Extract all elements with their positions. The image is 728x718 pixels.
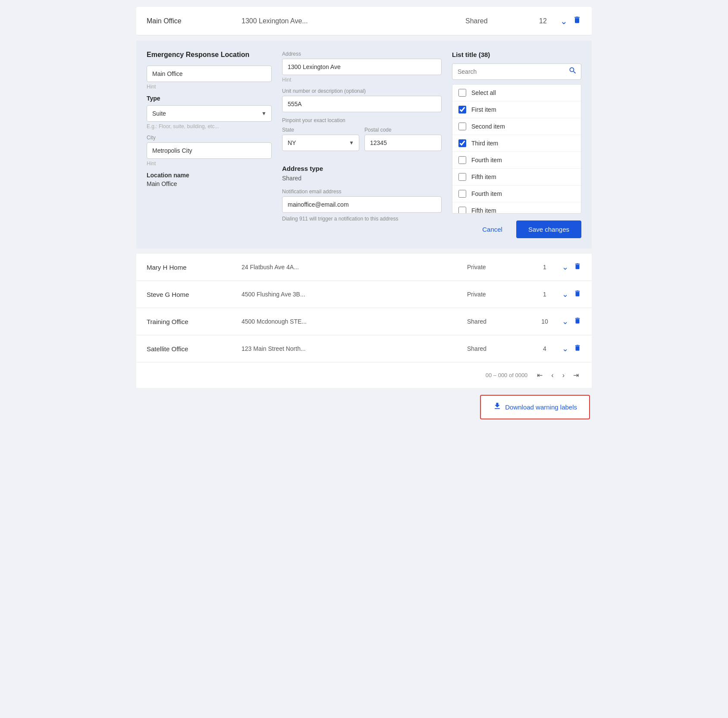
location-chevron-icon[interactable]: ⌄: [562, 262, 568, 272]
location-type: Private: [467, 264, 527, 271]
top-row-delete-icon[interactable]: [573, 16, 581, 26]
location-actions: ⌄: [562, 344, 581, 353]
location-count: 4: [527, 345, 562, 352]
checkbox-input[interactable]: [458, 207, 466, 214]
checkbox-input[interactable]: [458, 190, 466, 198]
pagination-first-button[interactable]: ⇤: [534, 369, 545, 381]
type-select[interactable]: Suite Floor Building: [147, 105, 272, 122]
location-field-group: Hint: [147, 66, 272, 90]
checkbox-label: Fourth item: [471, 157, 502, 164]
location-row: Satellite Office 123 Main Street North..…: [136, 335, 592, 362]
location-count: 1: [527, 264, 562, 271]
location-delete-icon[interactable]: [574, 262, 581, 272]
location-name: Training Office: [147, 318, 242, 325]
pinpoint-label: Pinpoint your exact location: [282, 117, 442, 123]
unit-label: Unit number or description (optional): [282, 88, 442, 94]
location-count: 10: [527, 318, 562, 325]
checkbox-item[interactable]: Fifth item: [452, 202, 581, 214]
checkbox-item[interactable]: Select all: [452, 85, 581, 101]
city-field-group: City Hint: [147, 135, 272, 167]
city-input[interactable]: [147, 142, 272, 159]
unit-input[interactable]: [282, 96, 442, 112]
address-type-label: Address type: [282, 165, 442, 172]
top-row: Main Office 1300 Lexington Ave... Shared…: [136, 7, 592, 35]
postal-field-group: Postal code: [364, 127, 442, 151]
location-address: 4500 Mcdonough STE...: [242, 318, 467, 325]
section-title: Emergency Response Location: [147, 51, 272, 59]
location-type: Private: [467, 291, 527, 298]
checkbox-input[interactable]: [458, 156, 466, 164]
top-row-type: Shared: [465, 17, 526, 25]
location-name: Mary H Home: [147, 264, 242, 271]
location-type: Shared: [467, 345, 527, 352]
checkbox-list: Select allFirst itemSecond itemThird ite…: [452, 84, 581, 214]
city-label: City: [147, 135, 272, 141]
checkbox-item[interactable]: First item: [452, 101, 581, 118]
notification-hint: Dialing 911 will trigger a notification …: [282, 215, 442, 223]
checkbox-input[interactable]: [458, 139, 466, 147]
cancel-button[interactable]: Cancel: [475, 222, 509, 236]
location-chevron-icon[interactable]: ⌄: [562, 290, 568, 299]
download-button-label: Download warning labels: [505, 403, 577, 411]
location-type: Shared: [467, 318, 527, 325]
checkbox-item[interactable]: Fourth item: [452, 186, 581, 202]
top-row-count: 12: [526, 17, 560, 25]
location-delete-icon[interactable]: [574, 317, 581, 326]
notification-field-group: Notification email address Dialing 911 w…: [282, 189, 442, 223]
pagination-prev-button[interactable]: ‹: [549, 370, 556, 381]
location-chevron-icon[interactable]: ⌄: [562, 344, 568, 353]
hint3: Hint: [147, 161, 272, 167]
checkbox-label: Select all: [471, 89, 496, 96]
checkbox-item[interactable]: Fifth item: [452, 169, 581, 186]
checkbox-input[interactable]: [458, 123, 466, 130]
location-actions: ⌄: [562, 290, 581, 299]
address-hint: Hint: [282, 77, 442, 83]
checkbox-input[interactable]: [458, 89, 466, 97]
checkbox-label: Third item: [471, 140, 498, 147]
form-center: Address Hint Unit number or description …: [282, 51, 442, 238]
postal-input[interactable]: [364, 135, 442, 151]
notification-input[interactable]: [282, 196, 442, 213]
unit-field-group: Unit number or description (optional): [282, 88, 442, 112]
download-button[interactable]: Download warning labels: [480, 395, 590, 419]
location-delete-icon[interactable]: [574, 344, 581, 353]
location-input[interactable]: [147, 66, 272, 82]
location-count: 1: [527, 291, 562, 298]
top-row-address: 1300 Lexington Ave...: [242, 17, 465, 25]
checkbox-label: Second item: [471, 123, 505, 130]
checkbox-input[interactable]: [458, 173, 466, 181]
pagination-next-button[interactable]: ›: [560, 370, 567, 381]
state-postal-row: State NY CA TX ▼ Postal code: [282, 127, 442, 156]
address-input[interactable]: [282, 59, 442, 75]
pagination-info: 00 – 000 of 0000: [486, 372, 528, 378]
form-left: Emergency Response Location Hint Type Su…: [147, 51, 272, 238]
state-select[interactable]: NY CA TX: [282, 135, 359, 151]
location-row: Steve G Home 4500 Flushing Ave 3B... Pri…: [136, 281, 592, 308]
location-delete-icon[interactable]: [574, 290, 581, 299]
type-field-group: Suite Floor Building ▼ E.g.: Floor, suit…: [147, 105, 272, 129]
location-address: 123 Main Street North...: [242, 345, 467, 352]
search-input[interactable]: [452, 63, 581, 80]
checkbox-item[interactable]: Fourth item: [452, 152, 581, 169]
checkbox-item[interactable]: Second item: [452, 118, 581, 135]
form-panel: Emergency Response Location Hint Type Su…: [136, 41, 592, 249]
type-select-wrapper: Suite Floor Building ▼: [147, 105, 272, 122]
checkbox-item[interactable]: Third item: [452, 135, 581, 152]
download-icon: [493, 402, 502, 413]
checkbox-input[interactable]: [458, 106, 466, 113]
save-button[interactable]: Save changes: [516, 220, 581, 238]
location-name: Steve G Home: [147, 291, 242, 298]
checkbox-label: Fifth item: [471, 207, 496, 214]
location-row: Training Office 4500 Mcdonough STE... Sh…: [136, 308, 592, 335]
checkbox-label: Fifth item: [471, 173, 496, 180]
top-row-chevron-icon[interactable]: ⌄: [560, 16, 568, 26]
checkbox-label: Fourth item: [471, 190, 502, 197]
location-name: Satellite Office: [147, 345, 242, 353]
top-row-name: Main Office: [147, 17, 242, 25]
form-right: List title (38) Select allFirst itemSeco…: [452, 51, 581, 238]
type-label: Type: [147, 95, 272, 102]
location-chevron-icon[interactable]: ⌄: [562, 317, 568, 326]
pagination-last-button[interactable]: ⇥: [571, 369, 581, 381]
location-address: 24 Flatbush Ave 4A...: [242, 264, 467, 271]
search-icon-button[interactable]: [568, 66, 577, 77]
